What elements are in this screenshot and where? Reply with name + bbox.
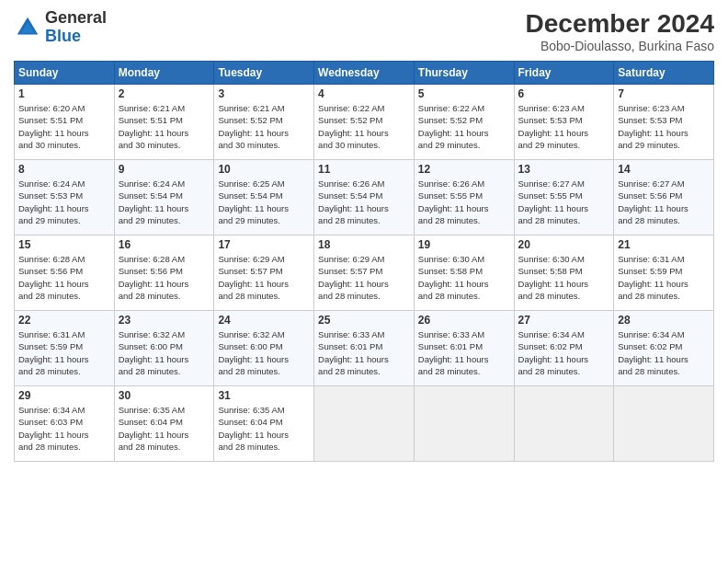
day-number: 13	[518, 163, 610, 176]
calendar-week-row: 15Sunrise: 6:28 AMSunset: 5:56 PMDayligh…	[15, 236, 714, 311]
calendar-subtitle: Bobo-Dioulasso, Burkina Faso	[526, 39, 714, 53]
table-row: 7Sunrise: 6:23 AMSunset: 5:53 PMDaylight…	[614, 85, 714, 160]
col-wednesday: Wednesday	[314, 62, 415, 85]
col-tuesday: Tuesday	[214, 62, 314, 85]
day-info: Sunrise: 6:34 AMSunset: 6:02 PMDaylight:…	[618, 328, 710, 377]
day-number: 5	[418, 87, 510, 100]
table-row: 31Sunrise: 6:35 AMSunset: 6:04 PMDayligh…	[214, 386, 314, 462]
table-row: 1Sunrise: 6:20 AMSunset: 5:51 PMDaylight…	[15, 85, 115, 160]
day-number: 8	[18, 163, 110, 176]
table-row: 15Sunrise: 6:28 AMSunset: 5:56 PMDayligh…	[15, 236, 115, 311]
day-number: 3	[218, 87, 310, 100]
day-number: 23	[119, 314, 210, 327]
day-info: Sunrise: 6:32 AMSunset: 6:00 PMDaylight:…	[218, 328, 310, 377]
day-info: Sunrise: 6:33 AMSunset: 6:01 PMDaylight:…	[318, 328, 410, 377]
table-row: 3Sunrise: 6:21 AMSunset: 5:52 PMDaylight…	[214, 85, 314, 160]
day-number: 20	[518, 238, 610, 251]
calendar-week-row: 1Sunrise: 6:20 AMSunset: 5:51 PMDaylight…	[15, 85, 714, 160]
day-number: 2	[119, 87, 210, 100]
day-info: Sunrise: 6:22 AMSunset: 5:52 PMDaylight:…	[418, 102, 510, 151]
day-info: Sunrise: 6:21 AMSunset: 5:51 PMDaylight:…	[119, 102, 210, 151]
table-row: 12Sunrise: 6:26 AMSunset: 5:55 PMDayligh…	[414, 160, 514, 236]
day-info: Sunrise: 6:34 AMSunset: 6:02 PMDaylight:…	[518, 328, 610, 377]
day-info: Sunrise: 6:27 AMSunset: 5:55 PMDaylight:…	[518, 178, 610, 226]
day-number: 15	[18, 238, 110, 251]
table-row: 21Sunrise: 6:31 AMSunset: 5:59 PMDayligh…	[614, 236, 714, 311]
day-number: 11	[318, 163, 410, 176]
day-info: Sunrise: 6:21 AMSunset: 5:52 PMDaylight:…	[218, 102, 310, 151]
logo: General Blue	[14, 9, 107, 46]
day-info: Sunrise: 6:20 AMSunset: 5:51 PMDaylight:…	[18, 102, 110, 151]
calendar-week-row: 22Sunrise: 6:31 AMSunset: 5:59 PMDayligh…	[15, 311, 714, 386]
calendar-title: December 2024	[526, 9, 714, 39]
table-row: 19Sunrise: 6:30 AMSunset: 5:58 PMDayligh…	[414, 236, 514, 311]
table-row	[614, 386, 714, 462]
table-row: 27Sunrise: 6:34 AMSunset: 6:02 PMDayligh…	[514, 311, 614, 386]
day-info: Sunrise: 6:33 AMSunset: 6:01 PMDaylight:…	[418, 328, 510, 377]
day-number: 14	[618, 163, 710, 176]
page: General Blue December 2024 Bobo-Dioulass…	[0, 0, 728, 563]
table-row: 4Sunrise: 6:22 AMSunset: 5:52 PMDaylight…	[314, 85, 415, 160]
calendar-week-row: 8Sunrise: 6:24 AMSunset: 5:53 PMDaylight…	[15, 160, 714, 236]
logo-text-blue: Blue	[45, 27, 81, 45]
calendar-header-row: Sunday Monday Tuesday Wednesday Thursday…	[15, 62, 714, 85]
day-number: 18	[318, 238, 410, 251]
day-number: 12	[418, 163, 510, 176]
table-row	[414, 386, 514, 462]
table-row: 17Sunrise: 6:29 AMSunset: 5:57 PMDayligh…	[214, 236, 314, 311]
day-info: Sunrise: 6:29 AMSunset: 5:57 PMDaylight:…	[318, 253, 410, 302]
day-number: 22	[18, 314, 110, 327]
day-info: Sunrise: 6:30 AMSunset: 5:58 PMDaylight:…	[418, 253, 510, 302]
table-row: 24Sunrise: 6:32 AMSunset: 6:00 PMDayligh…	[214, 311, 314, 386]
table-row: 22Sunrise: 6:31 AMSunset: 5:59 PMDayligh…	[15, 311, 115, 386]
table-row: 16Sunrise: 6:28 AMSunset: 5:56 PMDayligh…	[114, 236, 214, 311]
table-row: 30Sunrise: 6:35 AMSunset: 6:04 PMDayligh…	[114, 386, 214, 462]
day-info: Sunrise: 6:28 AMSunset: 5:56 PMDaylight:…	[119, 253, 210, 302]
day-number: 21	[618, 238, 710, 251]
day-info: Sunrise: 6:27 AMSunset: 5:56 PMDaylight:…	[618, 178, 710, 226]
day-number: 24	[218, 314, 310, 327]
day-info: Sunrise: 6:29 AMSunset: 5:57 PMDaylight:…	[218, 253, 310, 302]
calendar-table: Sunday Monday Tuesday Wednesday Thursday…	[14, 61, 714, 462]
day-info: Sunrise: 6:30 AMSunset: 5:58 PMDaylight:…	[518, 253, 610, 302]
day-info: Sunrise: 6:23 AMSunset: 5:53 PMDaylight:…	[618, 102, 710, 151]
table-row: 6Sunrise: 6:23 AMSunset: 5:53 PMDaylight…	[514, 85, 614, 160]
day-info: Sunrise: 6:34 AMSunset: 6:03 PMDaylight:…	[18, 404, 110, 453]
day-number: 27	[518, 314, 610, 327]
logo-icon	[14, 14, 41, 41]
table-row: 2Sunrise: 6:21 AMSunset: 5:51 PMDaylight…	[114, 85, 214, 160]
table-row	[314, 386, 415, 462]
day-number: 9	[119, 163, 210, 176]
day-number: 17	[218, 238, 310, 251]
day-number: 10	[218, 163, 310, 176]
table-row: 10Sunrise: 6:25 AMSunset: 5:54 PMDayligh…	[214, 160, 314, 236]
col-monday: Monday	[114, 62, 214, 85]
day-info: Sunrise: 6:31 AMSunset: 5:59 PMDaylight:…	[618, 253, 710, 302]
table-row: 18Sunrise: 6:29 AMSunset: 5:57 PMDayligh…	[314, 236, 415, 311]
day-info: Sunrise: 6:24 AMSunset: 5:54 PMDaylight:…	[119, 178, 210, 226]
calendar-week-row: 29Sunrise: 6:34 AMSunset: 6:03 PMDayligh…	[15, 386, 714, 462]
day-info: Sunrise: 6:31 AMSunset: 5:59 PMDaylight:…	[18, 328, 110, 377]
day-info: Sunrise: 6:22 AMSunset: 5:52 PMDaylight:…	[318, 102, 410, 151]
day-info: Sunrise: 6:32 AMSunset: 6:00 PMDaylight:…	[119, 328, 210, 377]
day-number: 16	[119, 238, 210, 251]
day-info: Sunrise: 6:28 AMSunset: 5:56 PMDaylight:…	[18, 253, 110, 302]
day-number: 29	[18, 389, 110, 402]
day-info: Sunrise: 6:35 AMSunset: 6:04 PMDaylight:…	[218, 404, 310, 453]
day-info: Sunrise: 6:26 AMSunset: 5:54 PMDaylight:…	[318, 178, 410, 226]
day-number: 7	[618, 87, 710, 100]
table-row: 8Sunrise: 6:24 AMSunset: 5:53 PMDaylight…	[15, 160, 115, 236]
table-row: 29Sunrise: 6:34 AMSunset: 6:03 PMDayligh…	[15, 386, 115, 462]
table-row: 5Sunrise: 6:22 AMSunset: 5:52 PMDaylight…	[414, 85, 514, 160]
day-number: 4	[318, 87, 410, 100]
table-row: 26Sunrise: 6:33 AMSunset: 6:01 PMDayligh…	[414, 311, 514, 386]
table-row: 28Sunrise: 6:34 AMSunset: 6:02 PMDayligh…	[614, 311, 714, 386]
title-block: December 2024 Bobo-Dioulasso, Burkina Fa…	[526, 9, 714, 53]
header: General Blue December 2024 Bobo-Dioulass…	[14, 9, 714, 53]
table-row: 11Sunrise: 6:26 AMSunset: 5:54 PMDayligh…	[314, 160, 415, 236]
table-row: 14Sunrise: 6:27 AMSunset: 5:56 PMDayligh…	[614, 160, 714, 236]
day-number: 30	[119, 389, 210, 402]
table-row	[514, 386, 614, 462]
col-saturday: Saturday	[614, 62, 714, 85]
day-info: Sunrise: 6:24 AMSunset: 5:53 PMDaylight:…	[18, 178, 110, 226]
